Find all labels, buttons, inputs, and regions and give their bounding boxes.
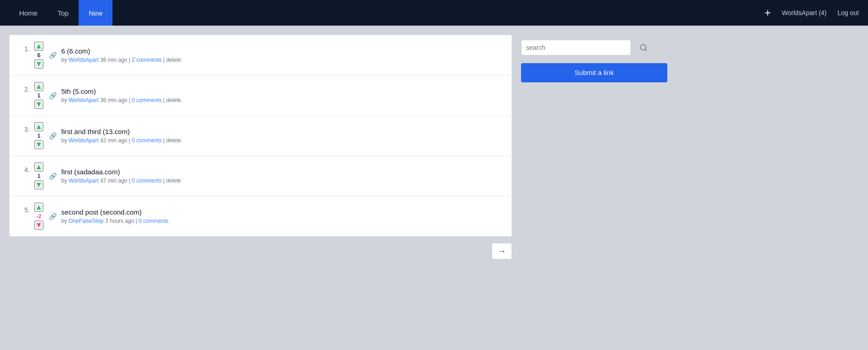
post-meta: by OneFalseStep 3 hours ago | 0 comments (61, 218, 504, 224)
link-icon: 🔗 (49, 52, 57, 59)
search-icon (639, 43, 648, 52)
vote-count: 1 (37, 132, 40, 139)
vote-col: ▲ 1 ▼ (34, 162, 43, 189)
post-row: 3. ▲ 1 ▼ 🔗 first and third (13.com) by W… (10, 116, 511, 156)
submit-link-button[interactable]: Submit a link (521, 63, 667, 82)
vote-count: 6 (37, 52, 40, 59)
add-icon[interactable]: + (764, 7, 771, 18)
downvote-button[interactable]: ▼ (34, 59, 43, 69)
post-number: 2. (17, 82, 30, 93)
nav-right: + WorldsApart (4) Log out (764, 7, 859, 18)
post-title: 6 (6.com) (61, 47, 504, 55)
vote-count: 1 (37, 172, 40, 179)
post-title: first and third (13.com) (61, 128, 504, 135)
next-button[interactable]: → (492, 243, 512, 259)
comments-link[interactable]: 0 comments (132, 178, 161, 184)
delete-link[interactable]: delete (166, 137, 181, 144)
post-number: 1. (17, 42, 30, 53)
post-row: 4. ▲ 1 ▼ 🔗 first (sadadaa.com) by Worlds… (10, 156, 511, 196)
vote-count: 1 (37, 92, 40, 99)
post-content: first (sadadaa.com) by WorldsApart 47 mi… (61, 168, 504, 184)
post-author[interactable]: OneFalseStep (69, 218, 104, 224)
delete-link[interactable]: delete (166, 57, 181, 63)
sidebar: Submit a link (521, 35, 859, 259)
post-content: first and third (13.com) by WorldsApart … (61, 128, 504, 144)
link-icon: 🔗 (49, 172, 57, 180)
delete-link[interactable]: delete (166, 97, 181, 103)
post-meta: by WorldsApart 36 min ago | 2 comments |… (61, 57, 504, 63)
vote-col: ▲ 6 ▼ (34, 42, 43, 69)
upvote-button[interactable]: ▲ (34, 162, 43, 172)
post-title: 5th (5.com) (61, 87, 504, 95)
svg-line-1 (645, 49, 646, 50)
post-author[interactable]: WorldsApart (69, 57, 99, 63)
post-author[interactable]: WorldsApart (69, 178, 99, 184)
post-number: 4. (17, 162, 30, 173)
upvote-button[interactable]: ▲ (34, 122, 43, 131)
search-row (521, 39, 859, 56)
user-label: WorldsApart (4) (782, 9, 827, 16)
navbar: Home Top New + WorldsApart (4) Log out (0, 0, 868, 26)
upvote-button[interactable]: ▲ (34, 82, 43, 91)
vote-col: ▲ 1 ▼ (34, 82, 43, 109)
nav-top[interactable]: Top (48, 0, 79, 26)
main-container: 1. ▲ 6 ▼ 🔗 6 (6.com) by WorldsApart 36 m… (0, 26, 868, 269)
posts-card: 1. ▲ 6 ▼ 🔗 6 (6.com) by WorldsApart 36 m… (9, 35, 512, 237)
downvote-button[interactable]: ▼ (34, 140, 43, 149)
downvote-button[interactable]: ▼ (34, 180, 43, 189)
upvote-button[interactable]: ▲ (34, 203, 43, 212)
post-author[interactable]: WorldsApart (69, 137, 99, 144)
comments-link[interactable]: 0 comments (132, 97, 161, 103)
post-row: 1. ▲ 6 ▼ 🔗 6 (6.com) by WorldsApart 36 m… (10, 35, 511, 75)
nav-home[interactable]: Home (9, 0, 48, 26)
vote-col: ▲ 1 ▼ (34, 122, 43, 149)
post-title: first (sadadaa.com) (61, 168, 504, 176)
downvote-button[interactable]: ▼ (34, 221, 43, 230)
link-icon: 🔗 (49, 92, 57, 99)
post-number: 5. (17, 203, 30, 214)
comments-link[interactable]: 0 comments (138, 218, 168, 224)
post-row: 5. ▲ -2 ▼ 🔗 second post (second.com) by … (10, 196, 511, 236)
post-content: second post (second.com) by OneFalseStep… (61, 208, 504, 224)
post-content: 5th (5.com) by WorldsApart 36 min ago | … (61, 87, 504, 103)
post-title: second post (second.com) (61, 208, 504, 216)
upvote-button[interactable]: ▲ (34, 42, 43, 51)
nav-new[interactable]: New (79, 0, 112, 26)
post-number: 3. (17, 122, 30, 133)
delete-link[interactable]: delete (166, 178, 181, 184)
search-input[interactable] (521, 40, 631, 55)
nav-left: Home Top New (9, 0, 112, 26)
comments-link[interactable]: 2 comments (132, 57, 161, 63)
logout-button[interactable]: Log out (837, 9, 859, 16)
post-meta: by WorldsApart 36 min ago | 0 comments |… (61, 97, 504, 103)
vote-count: -2 (36, 213, 42, 220)
downvote-button[interactable]: ▼ (34, 100, 43, 109)
link-icon: 🔗 (49, 213, 57, 220)
comments-link[interactable]: 0 comments (132, 137, 161, 144)
post-meta: by WorldsApart 42 min ago | 0 comments |… (61, 137, 504, 144)
post-row: 2. ▲ 1 ▼ 🔗 5th (5.com) by WorldsApart 36… (10, 75, 511, 116)
post-content: 6 (6.com) by WorldsApart 36 min ago | 2 … (61, 47, 504, 63)
vote-col: ▲ -2 ▼ (34, 203, 43, 230)
next-btn-row: → (9, 243, 512, 259)
post-meta: by WorldsApart 47 min ago | 0 comments |… (61, 178, 504, 184)
link-icon: 🔗 (49, 132, 57, 140)
content-area: 1. ▲ 6 ▼ 🔗 6 (6.com) by WorldsApart 36 m… (9, 35, 512, 259)
post-author[interactable]: WorldsApart (69, 97, 99, 103)
search-button[interactable] (635, 39, 652, 56)
